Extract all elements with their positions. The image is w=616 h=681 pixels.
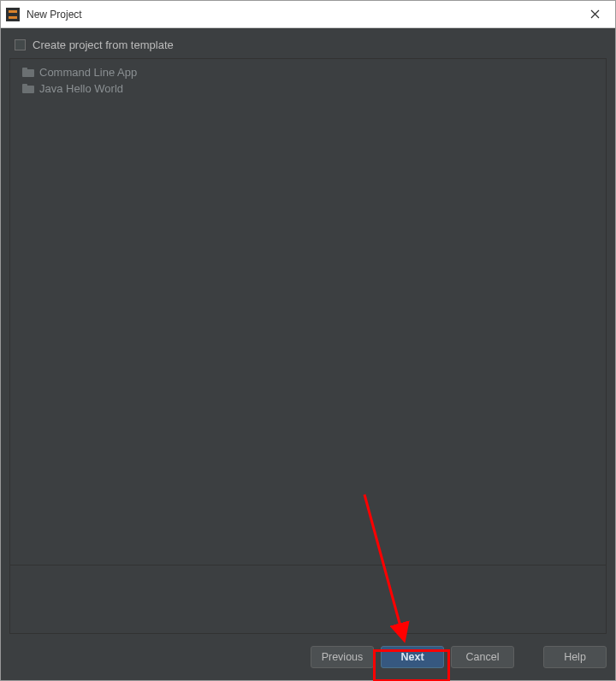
description-panel — [9, 566, 607, 634]
dialog-content: Create project from template Command Lin… — [1, 28, 615, 680]
folder-icon — [22, 84, 34, 93]
folder-icon — [22, 68, 34, 77]
create-from-template-checkbox[interactable] — [15, 39, 26, 50]
window-title: New Project — [27, 9, 576, 21]
template-item-command-line-app[interactable]: Command Line App — [15, 64, 601, 80]
template-item-label: Command Line App — [39, 66, 137, 79]
close-icon — [590, 9, 600, 19]
template-item-label: Java Hello World — [39, 82, 123, 95]
window-close-button[interactable] — [576, 2, 613, 27]
previous-button[interactable]: Previous — [311, 646, 374, 668]
window: New Project Create project from template… — [0, 0, 616, 681]
create-from-template-label: Create project from template — [33, 38, 174, 51]
next-button[interactable]: Next — [381, 646, 444, 668]
cancel-button[interactable]: Cancel — [451, 646, 514, 668]
template-item-java-hello-world[interactable]: Java Hello World — [15, 80, 601, 97]
app-icon — [6, 8, 20, 21]
titlebar: New Project — [1, 1, 615, 28]
button-row: Previous Next Cancel Help — [9, 634, 607, 668]
template-list: Command Line App Java Hello World — [9, 58, 607, 566]
help-button[interactable]: Help — [543, 646, 607, 668]
create-from-template-row: Create project from template — [9, 37, 607, 58]
